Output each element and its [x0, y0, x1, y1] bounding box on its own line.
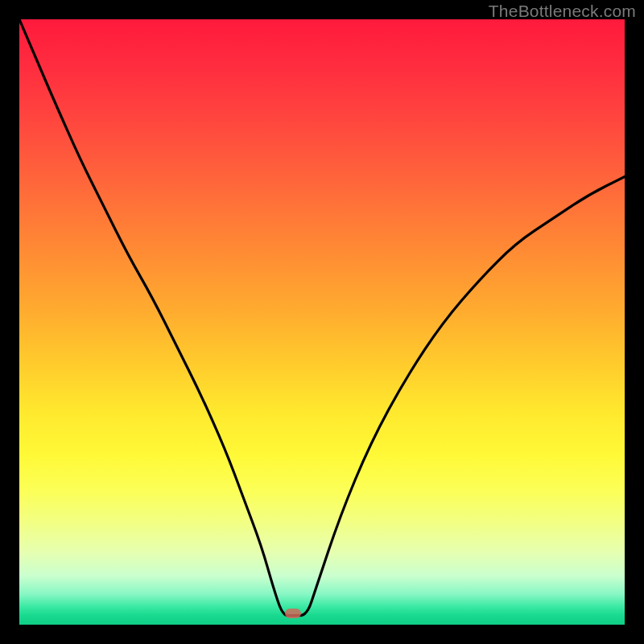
- watermark-text: TheBottleneck.com: [489, 2, 636, 21]
- plot-area: [19, 19, 625, 625]
- optimum-marker: [285, 609, 301, 618]
- bottleneck-curve: [19, 19, 625, 625]
- chart-frame: TheBottleneck.com: [0, 0, 644, 644]
